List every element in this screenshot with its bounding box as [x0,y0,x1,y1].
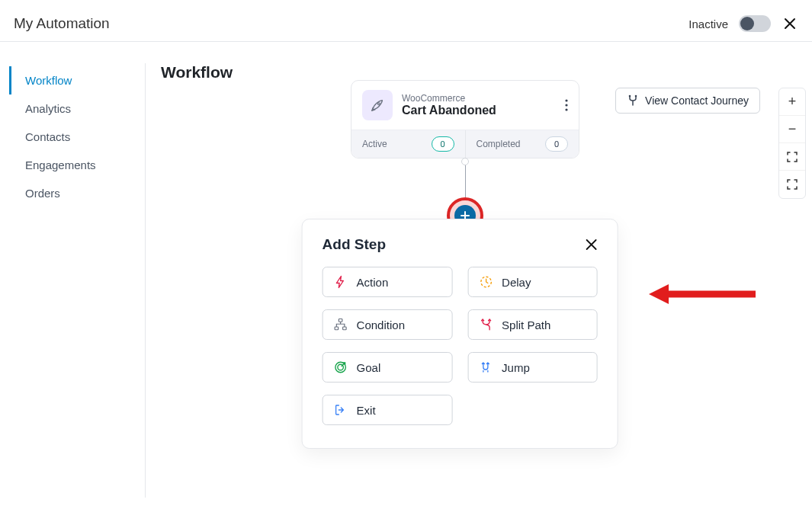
view-contact-journey-label: View Contact Journey [645,94,749,107]
status-label: Inactive [688,18,728,30]
svg-point-4 [565,104,567,106]
active-label: Active [362,139,387,149]
annotation-arrow [649,283,756,306]
step-option-delay[interactable]: Delay [467,267,598,297]
add-step-popup: Add Step Action Delay Condition [302,219,618,449]
status-toggle[interactable] [739,15,771,32]
add-step-title: Add Step [323,236,386,253]
step-option-jump[interactable]: Jump [467,352,598,383]
fit-icon [787,152,798,162]
svg-rect-7 [339,319,342,322]
popup-close-button[interactable] [586,238,598,251]
trigger-menu-button[interactable] [565,99,568,111]
step-option-split[interactable]: Split Path [467,309,598,340]
exit-icon [334,403,348,417]
connector-dot [461,158,469,165]
action-icon [334,275,348,289]
sidebar: Workflow Analytics Contacts Engagements … [0,42,145,504]
svg-point-2 [377,103,380,105]
step-label: Split Path [502,319,550,331]
kebab-icon [565,99,568,111]
close-button[interactable] [782,15,798,32]
split-icon [479,318,493,331]
completed-label: Completed [477,139,521,149]
active-count: 0 [432,136,454,152]
page-title: My Automation [14,15,110,32]
fullscreen-icon [787,179,798,190]
trigger-name: Cart Abandoned [402,104,496,117]
step-label: Jump [502,361,530,374]
completed-count: 0 [545,136,568,152]
step-label: Condition [357,319,405,331]
trigger-node[interactable]: WooCommerce Cart Abandoned Active 0 Comp… [351,80,579,158]
step-option-exit[interactable]: Exit [323,395,452,425]
close-icon [783,17,797,30]
rocket-icon [362,90,393,120]
connector-line [465,165,466,200]
step-option-action[interactable]: Action [323,267,452,297]
sidebar-item-workflow[interactable]: Workflow [9,66,145,94]
sidebar-item-contacts[interactable]: Contacts [9,123,145,151]
svg-point-5 [565,108,567,110]
canvas-heading: Workflow [161,63,797,82]
close-icon [586,238,598,251]
svg-rect-8 [335,327,339,330]
zoom-in-button[interactable]: + [779,88,805,116]
canvas-tools: + − [778,88,806,199]
fullscreen-button[interactable] [779,171,805,198]
goal-icon [334,360,348,374]
step-label: Delay [502,276,531,289]
jump-icon [479,360,493,374]
svg-rect-9 [343,327,347,330]
svg-point-3 [565,99,567,101]
view-contact-journey-button[interactable]: View Contact Journey [615,88,760,114]
step-label: Exit [357,404,376,417]
minus-icon: − [788,121,797,137]
step-option-goal[interactable]: Goal [323,352,452,383]
svg-point-1 [635,95,637,98]
step-label: Goal [357,361,381,374]
step-option-condition[interactable]: Condition [323,309,452,340]
svg-point-0 [629,95,631,98]
delay-icon [479,275,493,289]
condition-icon [334,318,348,331]
sidebar-item-analytics[interactable]: Analytics [9,94,145,123]
journey-icon [627,94,639,107]
sidebar-item-engagements[interactable]: Engagements [9,151,145,179]
sidebar-item-orders[interactable]: Orders [9,179,145,207]
zoom-out-button[interactable]: − [779,116,805,143]
trigger-category: WooCommerce [402,93,496,104]
step-label: Action [357,276,389,289]
fit-button[interactable] [779,143,805,171]
plus-icon: + [788,94,797,110]
